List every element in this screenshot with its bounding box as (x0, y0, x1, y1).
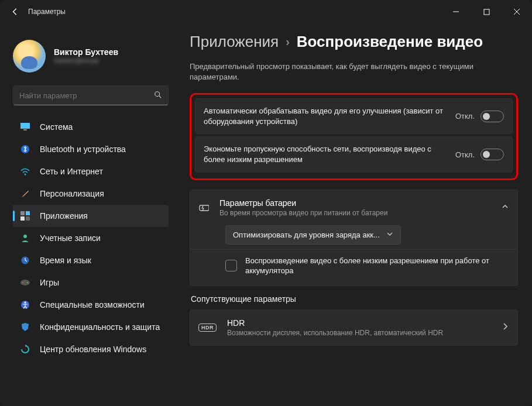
nav-label: Персонализация (40, 189, 104, 198)
breadcrumb: Приложения › Воспроизведение видео (190, 33, 518, 51)
svg-point-12 (23, 235, 27, 238)
nav-label: Специальные возможности (40, 300, 145, 309)
sidebar-item-accessibility[interactable]: Специальные возможности (13, 294, 169, 316)
setting-bandwidth: Экономьте пропускную способность сети, в… (195, 136, 513, 172)
sidebar-item-bluetooth[interactable]: Bluetooth и устройства (13, 138, 169, 160)
titlebar: Параметры (0, 0, 532, 23)
battery-header[interactable]: Параметры батареи Во время просмотра вид… (190, 190, 517, 225)
svg-point-16 (27, 282, 28, 283)
search-input[interactable] (13, 85, 169, 105)
svg-point-18 (25, 302, 26, 304)
svg-rect-19 (200, 205, 209, 211)
toggle-auto-process[interactable] (480, 111, 504, 122)
svg-point-14 (20, 280, 30, 285)
minimize-button[interactable] (448, 4, 464, 20)
nav-label: Игры (40, 278, 59, 287)
related-section-label: Сопутствующие параметры (191, 294, 518, 304)
svg-rect-4 (20, 123, 30, 129)
svg-line-3 (159, 95, 162, 98)
hdr-icon: HDR (198, 324, 217, 332)
gamepad-icon (20, 277, 30, 288)
sidebar-item-accounts[interactable]: Учетные записи (13, 227, 169, 249)
nav-label: Система (40, 122, 73, 132)
nav-label: Учетные записи (40, 233, 101, 243)
svg-rect-5 (23, 129, 27, 130)
battery-title: Параметры батареи (219, 198, 387, 208)
nav-label: Сеть и Интернет (40, 167, 103, 176)
setting-label: Экономьте пропускную способность сети, в… (204, 144, 447, 164)
toggle-state: Откл. (455, 112, 475, 121)
svg-point-7 (25, 174, 26, 176)
sidebar-item-network[interactable]: Сеть и Интернет (13, 160, 169, 183)
nav-list: Система Bluetooth и устройства Сеть и Ин… (13, 116, 169, 360)
window-title: Параметры (28, 8, 66, 16)
svg-point-15 (22, 282, 23, 283)
battery-subtitle: Во время просмотра видео при питании от … (219, 209, 387, 217)
chevron-down-icon (386, 230, 393, 239)
sidebar-item-apps[interactable]: Приложения (13, 205, 169, 227)
person-icon (20, 233, 30, 243)
battery-checkbox-label: Воспроизведение видео с более низким раз… (245, 256, 509, 276)
accessibility-icon (20, 300, 30, 310)
bluetooth-icon (20, 144, 30, 154)
update-icon (20, 344, 30, 355)
hdr-subtitle: Возможности дисплея, использование HDR, … (227, 329, 443, 337)
toggle-bandwidth[interactable] (480, 149, 504, 160)
highlighted-section: Автоматически обрабатывать видео для его… (190, 93, 518, 180)
setting-auto-process: Автоматически обрабатывать видео для его… (195, 98, 513, 134)
battery-icon (198, 202, 209, 213)
chevron-right-icon: › (286, 35, 290, 49)
hdr-link[interactable]: HDR HDR Возможности дисплея, использован… (190, 309, 518, 346)
svg-rect-11 (26, 216, 30, 221)
chevron-up-icon (501, 202, 509, 213)
breadcrumb-parent[interactable]: Приложения (190, 33, 279, 51)
hdr-title: HDR (227, 318, 443, 328)
svg-point-2 (155, 91, 160, 96)
dropdown-value: Оптимизировать для уровня заряда акк... (233, 230, 380, 239)
nav-label: Время и язык (40, 256, 91, 265)
sidebar-item-time[interactable]: Время и язык (13, 249, 169, 271)
battery-checkbox[interactable] (225, 260, 237, 271)
chevron-right-icon (501, 322, 509, 333)
sidebar-item-system[interactable]: Система (13, 116, 169, 138)
sidebar-item-gaming[interactable]: Игры (13, 271, 169, 294)
battery-checkbox-row: Воспроизведение видео с более низким раз… (190, 249, 517, 285)
battery-group: Параметры батареи Во время просмотра вид… (190, 190, 518, 286)
nav-label: Конфиденциальность и защита (40, 322, 160, 332)
apps-icon (20, 211, 30, 221)
nav-label: Центр обновления Windows (40, 345, 146, 354)
sidebar-item-privacy[interactable]: Конфиденциальность и защита (13, 316, 169, 338)
search-icon (154, 91, 162, 101)
clock-icon (20, 255, 30, 266)
sidebar-item-personalization[interactable]: Персонализация (13, 183, 169, 205)
back-button[interactable] (7, 4, 23, 20)
main-content: Приложения › Воспроизведение видео Предв… (176, 23, 532, 406)
svg-rect-9 (26, 211, 30, 215)
page-description: Предварительный просмотр показывает, как… (190, 61, 518, 82)
svg-rect-10 (20, 216, 25, 221)
battery-dropdown[interactable]: Оптимизировать для уровня заряда акк... (225, 225, 401, 245)
shield-icon (20, 322, 30, 332)
search-field[interactable] (19, 91, 154, 100)
toggle-state: Откл. (455, 150, 475, 159)
sidebar-item-update[interactable]: Центр обновления Windows (13, 338, 169, 360)
sidebar: Виктор Бухтеев hidden@email Система Blue… (0, 23, 176, 406)
page-title: Воспроизведение видео (297, 33, 483, 51)
monitor-icon (20, 122, 30, 132)
settings-window: Параметры Виктор Бухтеев hidden@email (0, 0, 532, 406)
setting-label: Автоматически обрабатывать видео для его… (204, 106, 447, 126)
user-email: hidden@email (54, 57, 118, 65)
svg-rect-8 (20, 211, 25, 215)
nav-label: Bluetooth и устройства (40, 144, 126, 154)
maximize-button[interactable] (478, 4, 495, 20)
avatar (13, 40, 46, 73)
svg-rect-1 (484, 9, 489, 15)
nav-label: Приложения (40, 211, 88, 221)
brush-icon (20, 188, 30, 199)
user-block[interactable]: Виктор Бухтеев hidden@email (13, 30, 169, 85)
close-button[interactable] (509, 4, 525, 20)
wifi-icon (20, 166, 30, 177)
user-name: Виктор Бухтеев (54, 47, 118, 57)
